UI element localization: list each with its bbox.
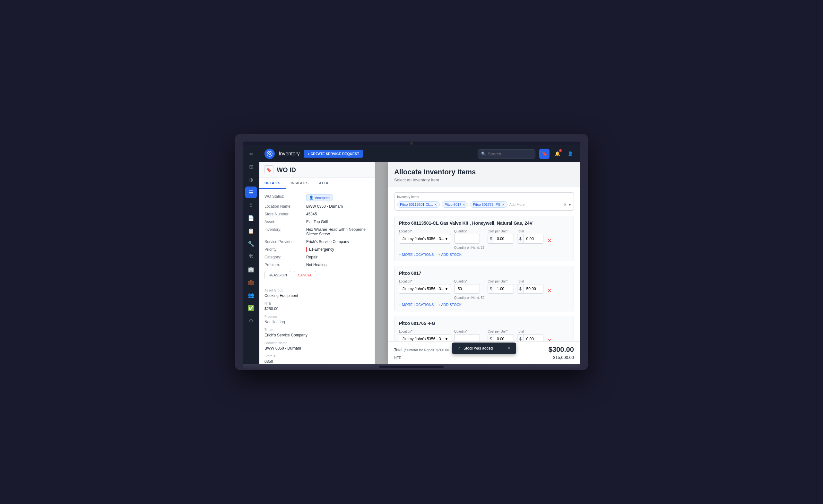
toast-close-button[interactable]: ✕ [507,346,511,351]
section-3-location-group: Location* Jimmy John's 5356 - 3... ▾ [399,330,451,341]
sidebar-item-clipboard[interactable]: 📋 [245,225,257,236]
reassign-button[interactable]: REASSIGN [265,271,291,279]
cancel-button[interactable]: CANCEL [294,271,317,279]
modal-title: Allocate Inventory Items [394,168,574,176]
details-content: WO Status: 👤 Accepted Location Name: BWW… [259,189,374,364]
tab-details[interactable]: DETAILS [259,178,286,189]
sidebar-item-dollar[interactable]: $ [245,199,257,211]
section-2-cost-prefix: $ [488,285,494,293]
sidebar-item-chart[interactable]: ◑ [245,174,257,185]
navbar: Inventory + CREATE SERVICE REQUEST 🔍 🔖 🔔 [259,145,580,162]
trade-value: Erich's Service Company [265,333,369,337]
category-value: Repair [306,255,317,260]
section-2-add-stock[interactable]: + ADD STOCK [438,303,462,307]
sidebar-item-inventory[interactable]: ☰ [245,186,257,198]
section-3-total-input[interactable] [524,335,543,341]
modal: Allocate Inventory Items Select an Inven… [388,162,580,364]
section-2-location-select[interactable]: Jimmy John's 5356 - 3... ▾ [399,284,451,294]
section-3-total-container: $ [517,334,543,341]
section-1-cost-input-container: $ [488,234,514,244]
section-1-location-value: Jimmy John's 5356 - 3... [402,236,444,241]
section-1-remove-button[interactable]: ✕ [547,237,552,244]
store-num-label: Store # [265,354,369,358]
asset-label: Asset: [265,219,306,224]
bookmark-icon[interactable]: 🔖 [265,165,274,174]
sidebar-item-wrench[interactable]: 🔧 [245,238,257,249]
section-2-cost-input[interactable] [494,285,514,293]
toast-success-icon: ✓ [457,346,461,351]
tabs-row: DETAILS INSIGHTS ATTA... [259,178,374,189]
footer-total-value: $300.00 [548,345,574,354]
sidebar-item-tools[interactable]: 🛠 [245,251,257,262]
section-1-total-group: Total $ [517,229,543,244]
section-1-cost-input[interactable] [494,234,514,243]
tag-2-remove[interactable]: ✕ [463,203,465,206]
chevron-down-icon[interactable]: ▾ [569,202,571,207]
section-2-title: Pitco 6017 [399,271,569,276]
section-2-total-group: Total $ [517,280,543,294]
footer-nte-row: NTE $15,000.00 [394,355,574,360]
section-1-total-input[interactable] [524,234,543,243]
sidebar-item-grid[interactable]: ⊞ [245,161,257,172]
service-provider-label: Service Provider: [265,239,306,244]
section-1-location-chevron: ▾ [446,236,448,241]
sidebar-item-building[interactable]: 🏢 [245,264,257,275]
section-1-location-select[interactable]: Jimmy John's 5356 - 3... ▾ [399,234,451,244]
search-input[interactable] [488,152,532,156]
sidebar-collapse-icon[interactable]: ≫ [245,148,257,160]
create-service-request-button[interactable]: + CREATE SERVICE REQUEST [304,150,363,158]
app-title: Inventory [279,151,300,157]
section-2-remove-button[interactable]: ✕ [547,287,552,294]
section-3-location-label: Location* [399,330,451,333]
sidebar-item-briefcase[interactable]: 💼 [245,277,257,288]
location-section-value: BWW 0350 - Durham [265,346,369,351]
section-3-location-select[interactable]: Jimmy John's 5356 - 3... ▾ [399,334,451,341]
section-3-quantity-input[interactable] [454,334,480,341]
section-1-cost-prefix: $ [488,234,494,243]
section-1-quantity-input[interactable] [454,234,480,244]
tag-1-remove[interactable]: ✕ [434,203,437,206]
section-2-total-container: $ [517,284,543,294]
section-2-total-input[interactable] [524,285,543,293]
section-3-quantity-group: Quantity* Quantity on Hand: 23 [454,330,485,341]
navbar-actions: 🔖 🔔 👤 [539,149,575,159]
section-3-remove-button[interactable]: ✕ [547,337,552,342]
section-1-add-stock[interactable]: + ADD STOCK [438,253,462,257]
section-2-more-locations[interactable]: + MORE LOCATIONS [399,303,434,307]
section-3-cost-input[interactable] [494,335,514,341]
footer-total-label: Total [394,348,402,352]
sidebar-item-checklist[interactable]: ✅ [245,302,257,314]
section-2-quantity-input[interactable] [454,284,480,294]
add-more-button[interactable]: Add More [509,202,525,206]
section-3-total-prefix: $ [517,335,524,341]
tag-1-label: Pitco 60113501-CL... [400,202,433,206]
section-3-cost-label: Cost per Unit* [488,330,514,333]
section-3-cost-prefix: $ [488,335,494,341]
sidebar-item-document[interactable]: 📄 [245,212,257,224]
tab-insights[interactable]: INSIGHTS [286,178,314,189]
sidebar-item-people[interactable]: 👥 [245,289,257,301]
tab-attachments[interactable]: ATTA... [314,178,337,189]
section-1-more-locations[interactable]: + MORE LOCATIONS [399,253,434,257]
app-logo [265,149,275,159]
section-1-location-label: Location* [399,229,451,233]
section-3-location-chevron: ▾ [446,337,448,341]
sidebar-item-settings[interactable]: ⚙ [245,315,257,326]
location-name-label: Location Name: [265,204,306,209]
problem-label: Problem: [265,263,306,267]
section-1-qty-on-hand: Quantity on Hand: 23 [454,246,485,249]
section-1-title: Pitco 60113501-CL Gas Valve Kit , Honeyw… [399,220,569,226]
clear-tags-icon[interactable]: ✕ [563,202,567,207]
problem-section-label: Problem [265,315,369,318]
tag-3-remove[interactable]: ✕ [502,203,505,206]
bookmark-nav-icon[interactable]: 🔖 [539,149,549,159]
modal-subtitle: Select an Inventory Item [394,178,574,182]
action-buttons: REASSIGN CANCEL [265,271,369,279]
section-1-actions: + MORE LOCATIONS + ADD STOCK [399,253,569,257]
user-icon[interactable]: 👤 [565,149,575,159]
left-panel: 🔖 WO ID DETAILS INSIGHTS ATTA... WO Stat… [259,162,375,364]
inventory-value: Hex Washer Head withn Neoprene Sleeve Sc… [306,227,369,236]
tag-3: Pitco 601765 -FG ✕ [470,201,507,208]
notification-icon[interactable]: 🔔 [552,149,562,159]
section-2-qty-on-hand: Quantity on Hand: 50 [454,296,485,300]
